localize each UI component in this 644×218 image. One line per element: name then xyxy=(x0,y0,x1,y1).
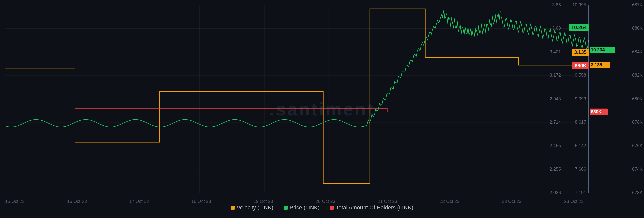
price-badge: 10.264 xyxy=(569,24,589,31)
main-chart xyxy=(0,0,644,218)
price-label: Price (LINK) xyxy=(290,204,320,211)
x-label-9: 23 Oct 23 xyxy=(564,199,584,204)
legend-velocity: Velocity (LINK) xyxy=(231,204,273,211)
velocity-color-dot xyxy=(231,206,235,210)
x-label-3: 18 Oct 23 xyxy=(191,199,211,204)
x-label-1: 16 Oct 23 xyxy=(67,199,87,204)
x-label-4: 19 Oct 23 xyxy=(254,199,273,204)
x-label-7: 22 Oct 23 xyxy=(440,199,459,204)
legend-price: Price (LINK) xyxy=(284,204,320,211)
chart-container: .santiment 10.264 3.135 680K 15 Oct 23 1… xyxy=(0,0,644,218)
x-label-5: 20 Oct 23 xyxy=(315,199,335,204)
holders-color-dot xyxy=(330,206,334,210)
holders-badge: 680K xyxy=(572,62,589,69)
holders-label: Total Amount Of Holders (LINK) xyxy=(336,204,413,211)
chart-legend: Velocity (LINK) Price (LINK) Total Amoun… xyxy=(231,204,413,211)
price-color-dot xyxy=(284,206,288,210)
velocity-badge: 3.135 xyxy=(572,49,589,56)
x-label-6: 21 Oct 23 xyxy=(378,199,397,204)
x-label-8: 23 Oct 23 xyxy=(502,199,521,204)
x-axis: 15 Oct 23 16 Oct 23 17 Oct 23 18 Oct 23 … xyxy=(0,199,589,204)
x-label-0: 15 Oct 23 xyxy=(5,199,25,204)
x-label-2: 17 Oct 23 xyxy=(129,199,149,204)
legend-holders: Total Amount Of Holders (LINK) xyxy=(330,204,413,211)
velocity-label: Velocity (LINK) xyxy=(237,204,273,211)
